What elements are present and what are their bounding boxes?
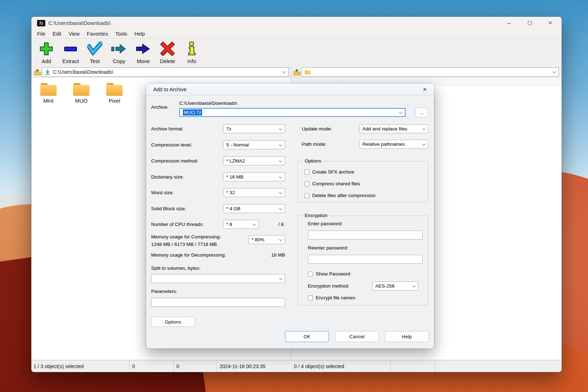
delete-button[interactable]: Delete <box>155 39 180 64</box>
encryption-group-title: Encryption <box>303 213 329 218</box>
solid-block-size-value: * 4 GB <box>226 206 241 211</box>
desktop: 7z C:\Users\baxia\Downloads\ – × File Ed… <box>0 0 588 392</box>
status-timestamp: 2024-11-16 00:23:35 <box>220 360 265 372</box>
menu-edit[interactable]: Edit <box>49 31 65 37</box>
status-col3: 0 <box>176 360 179 372</box>
word-size-label: Word size: <box>151 190 174 196</box>
menu-file[interactable]: File <box>33 31 49 37</box>
add-button[interactable]: Add <box>34 39 58 64</box>
add-icon <box>39 40 53 57</box>
info-button[interactable]: Info <box>180 39 204 64</box>
compression-level-label: Compression level: <box>151 142 192 148</box>
encrypt-file-names-checkbox[interactable]: Encrypt file names <box>308 295 355 300</box>
add-label: Add <box>42 58 51 64</box>
chevron-down-icon <box>279 143 283 146</box>
split-volumes-combobox[interactable] <box>151 274 285 283</box>
solid-block-size-combobox[interactable]: * 4 GB <box>223 204 285 213</box>
test-button[interactable]: Test <box>83 39 107 64</box>
chevron-down-icon <box>279 276 283 280</box>
folder-icon <box>106 83 123 96</box>
update-mode-combobox[interactable]: Add and replace files <box>359 124 428 133</box>
extract-icon <box>63 40 78 57</box>
ok-button[interactable]: OK <box>285 331 329 342</box>
dialog-title: Add to Archive <box>153 87 421 92</box>
delete-after-label: Delete files after compression <box>312 193 376 198</box>
move-button[interactable]: Move <box>131 39 155 64</box>
enter-password-input[interactable] <box>308 231 423 239</box>
address-bar-left[interactable]: C:\Users\baxia\Downloads\ <box>42 67 289 77</box>
delete-label: Delete <box>160 58 175 64</box>
cpu-threads-combobox[interactable]: * 8 <box>223 220 259 229</box>
folder-item-mint[interactable]: Mint <box>36 83 61 104</box>
parameters-label: Parameters: <box>151 289 177 294</box>
reenter-password-input[interactable] <box>308 255 423 264</box>
menu-favorites[interactable]: Favorites <box>83 31 112 37</box>
add-to-archive-dialog: Add to Archive × Archive: C:\Users\baxia… <box>146 83 434 349</box>
dictionary-size-combobox[interactable]: * 16 MB <box>223 172 285 181</box>
options-group-title: Options <box>303 158 323 164</box>
delete-after-checkbox[interactable]: Delete files after compression <box>304 193 376 198</box>
folder-item-muo[interactable]: MUO <box>68 83 94 104</box>
status-bar: 1 / 3 object(s) selected 0 0 2024-11-16 … <box>31 360 562 372</box>
memory-compressing-combobox[interactable]: * 80% <box>248 235 285 244</box>
folder-up-icon[interactable] <box>33 68 42 76</box>
show-password-label: Show Password <box>316 271 350 277</box>
browse-button[interactable]: ... <box>416 108 428 117</box>
compression-level-combobox[interactable]: 5 - Normal <box>223 140 285 149</box>
path-mode-label: Path mode: <box>302 141 326 147</box>
chevron-down-icon <box>399 110 403 114</box>
folder-icon <box>73 83 89 96</box>
parameters-input[interactable] <box>151 298 285 307</box>
info-icon <box>187 40 196 57</box>
archive-path: C:\Users\baxia\Downloads\ <box>179 100 237 106</box>
close-icon[interactable]: × <box>547 20 554 27</box>
path-mode-combobox[interactable]: Relative pathnames <box>359 140 428 149</box>
options-group: Options Create SFX archive Compress shar… <box>298 161 428 202</box>
chevron-down-icon <box>253 222 256 226</box>
extract-button[interactable]: Extract <box>58 39 83 64</box>
chevron-down-icon <box>283 70 286 73</box>
encryption-method-combobox[interactable]: AES-256 <box>372 282 418 290</box>
minimize-icon[interactable]: – <box>505 20 512 27</box>
status-divider <box>390 360 391 372</box>
options-button[interactable]: Options <box>151 317 195 327</box>
maximize-box <box>528 21 532 25</box>
compress-shared-checkbox[interactable]: Compress shared files <box>304 181 360 186</box>
word-size-combobox[interactable]: * 32 <box>223 188 285 197</box>
maximize-icon[interactable] <box>526 20 533 27</box>
dialog-header: Add to Archive × <box>146 83 434 96</box>
path-mode-value: Relative pathnames <box>362 141 405 147</box>
reenter-password-label: Reenter password: <box>308 245 348 251</box>
archive-name-combobox[interactable]: MUO.7z <box>179 108 406 117</box>
status-divider <box>435 360 435 372</box>
cancel-button[interactable]: Cancel <box>335 331 379 342</box>
folder-item-pixel[interactable]: Pixel <box>102 83 127 104</box>
cpu-threads-max: / 8 <box>278 222 284 227</box>
delete-icon <box>160 40 175 57</box>
show-password-checkbox[interactable]: Show Password <box>308 271 350 277</box>
archive-format-combobox[interactable]: 7z <box>223 124 285 133</box>
encryption-method-label: Encryption method: <box>308 283 349 289</box>
folder-up-icon[interactable] <box>293 68 301 76</box>
compression-method-label: Compression method: <box>151 158 198 164</box>
folder-icon <box>304 69 311 74</box>
chevron-down-icon <box>279 206 283 210</box>
close-icon[interactable]: × <box>421 86 429 93</box>
checkbox-icon <box>308 272 313 277</box>
copy-button[interactable]: Copy <box>107 39 131 64</box>
menu-view[interactable]: View <box>65 31 83 37</box>
help-button[interactable]: Help <box>385 331 429 342</box>
archive-format-label: Archive format: <box>151 126 184 132</box>
menu-help[interactable]: Help <box>131 31 149 37</box>
download-icon <box>45 69 50 75</box>
menu-tools[interactable]: Tools <box>112 31 131 37</box>
create-sfx-checkbox[interactable]: Create SFX archive <box>304 169 354 175</box>
memory-decompressing-label: Memory usage for Decompressing: <box>151 252 226 258</box>
toolbar: Add Extract Test Copy <box>31 39 562 66</box>
compression-level-value: 5 - Normal <box>226 142 249 148</box>
compression-method-combobox[interactable]: * LZMA2 <box>223 156 285 165</box>
chevron-down-icon <box>279 159 283 162</box>
test-icon <box>87 40 102 57</box>
update-mode-label: Update mode: <box>302 126 332 132</box>
address-bar-right[interactable] <box>301 67 559 77</box>
